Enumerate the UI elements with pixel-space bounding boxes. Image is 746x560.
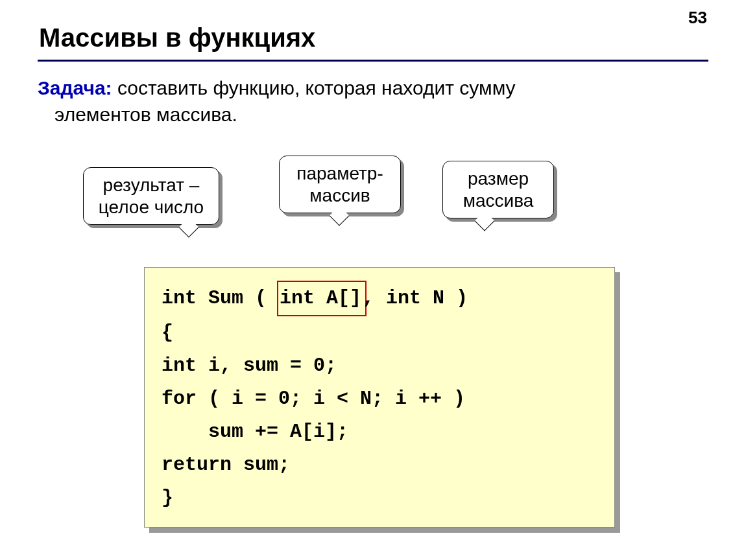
task-text-1: составить функцию, которая находит сумму — [112, 77, 516, 99]
callout-2-line1: параметр- — [296, 163, 383, 183]
code-l1a: int Sum ( — [162, 287, 278, 309]
code-box: int Sum ( int A[], int N ) { int i, sum … — [144, 267, 615, 528]
callout-1-line1: результат – — [103, 175, 200, 195]
title-underline — [38, 60, 708, 62]
code-l2: { — [162, 321, 173, 344]
code-l7: } — [162, 487, 173, 509]
task-label: Задача: — [38, 77, 112, 99]
code-l6: return sum; — [162, 454, 290, 476]
code-highlight-param: int A[] — [277, 281, 367, 316]
callout-3-line2: массива — [463, 191, 534, 211]
slide-title: Массивы в функциях — [39, 23, 315, 52]
code-l5: sum += A[i]; — [162, 421, 348, 443]
task-text-2: элементов массива. — [38, 104, 237, 125]
code-l4: for ( i = 0; i < N; i ++ ) — [162, 388, 465, 410]
code-l3: int i, sum = 0; — [162, 355, 337, 377]
callout-3-line1: размер — [468, 169, 529, 189]
task-paragraph: Задача: составить функцию, которая наход… — [38, 75, 708, 128]
callout-result-int: результат – целое число — [83, 167, 219, 225]
callout-array-size: размер массива — [442, 161, 554, 218]
callout-1-line2: целое число — [99, 197, 204, 217]
callout-2-line2: массив — [309, 185, 370, 205]
code-l1b: , int N ) — [363, 287, 468, 309]
page-number: 53 — [688, 8, 707, 28]
callout-param-array: параметр- массив — [279, 156, 401, 213]
callouts-area: результат – целое число параметр- массив… — [0, 153, 746, 270]
